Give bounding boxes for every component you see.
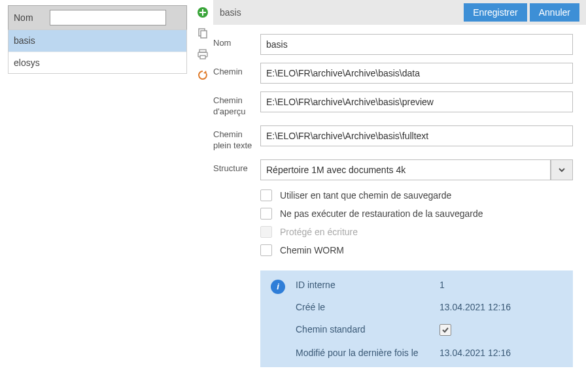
info-panel: i ID interne 1 Créé le 13.04.2021 12:16 … [260, 270, 573, 367]
sidebar: Nom basis elosys [0, 0, 192, 392]
info-label-created: Créé le [296, 302, 439, 312]
info-label-standard-path: Chemin standard [296, 324, 439, 336]
vertical-toolbar [192, 0, 213, 392]
checkbox-label: Utiliser en tant que chemin de sauvegard… [280, 190, 451, 201]
info-label-internal-id: ID interne [296, 280, 439, 290]
save-button[interactable]: Enregistrer [464, 3, 526, 22]
reload-icon[interactable] [196, 68, 210, 82]
svg-rect-7 [200, 56, 205, 59]
form: Nom Chemin Chemin d'aperçu Chemin plein … [213, 25, 586, 380]
svg-rect-4 [201, 31, 207, 38]
add-icon[interactable] [196, 5, 210, 20]
checkbox-label: Protégé en écriture [280, 227, 358, 237]
print-icon[interactable] [196, 47, 210, 61]
structure-value[interactable] [260, 159, 551, 180]
list-row[interactable]: basis [9, 30, 186, 52]
label-fulltext-path: Chemin plein texte [213, 125, 260, 152]
checkbox-label: Ne pas exécuter de restauration de la sa… [280, 208, 483, 219]
cancel-button[interactable]: Annuler [530, 3, 579, 22]
info-value-standard-path [439, 324, 511, 336]
checkbox-icon[interactable] [260, 244, 272, 256]
list-header: Nom [8, 5, 187, 30]
info-value-internal-id: 1 [439, 280, 511, 290]
checkbox-write-protected: Protégé en écriture [260, 226, 579, 238]
info-icon: i [271, 280, 285, 294]
checkbox-worm[interactable]: Chemin WORM [260, 244, 579, 256]
column-header-name: Nom [14, 12, 50, 23]
fulltext-path-field[interactable] [260, 125, 573, 146]
detail-panel: basis Enregistrer Annuler Nom Chemin Che… [213, 0, 586, 392]
standard-path-checked-icon [439, 324, 451, 336]
list-row[interactable]: elosys [9, 52, 186, 73]
label-preview-path: Chemin d'aperçu [213, 91, 260, 118]
checkbox-backup-path[interactable]: Utiliser en tant que chemin de sauvegard… [260, 189, 579, 201]
chevron-down-icon[interactable] [551, 159, 573, 180]
copy-icon[interactable] [196, 26, 210, 41]
structure-select[interactable] [260, 159, 573, 180]
preview-path-field[interactable] [260, 91, 573, 112]
checkbox-no-restore[interactable]: Ne pas exécuter de restauration de la sa… [260, 208, 579, 220]
checkbox-label: Chemin WORM [280, 245, 344, 255]
checkbox-block: Utiliser en tant que chemin de sauvegard… [260, 189, 579, 256]
info-label-modified: Modifié pour la dernière fois le [296, 348, 439, 358]
label-name: Nom [213, 34, 260, 49]
checkbox-icon[interactable] [260, 208, 272, 220]
list-row-label: elosys [14, 57, 40, 68]
info-value-created: 13.04.2021 12:16 [439, 302, 511, 312]
checkbox-icon[interactable] [260, 189, 272, 201]
svg-rect-2 [199, 12, 206, 13]
name-field[interactable] [260, 34, 573, 55]
page-title: basis [220, 7, 461, 18]
info-value-modified: 13.04.2021 12:16 [439, 348, 511, 358]
list-body: basis elosys [8, 30, 187, 74]
path-field[interactable] [260, 63, 573, 84]
label-path: Chemin [213, 63, 260, 78]
list-row-label: basis [14, 35, 35, 46]
filter-input[interactable] [50, 10, 166, 25]
label-structure: Structure [213, 159, 260, 174]
checkbox-icon [260, 226, 272, 238]
detail-header: basis Enregistrer Annuler [213, 0, 586, 25]
